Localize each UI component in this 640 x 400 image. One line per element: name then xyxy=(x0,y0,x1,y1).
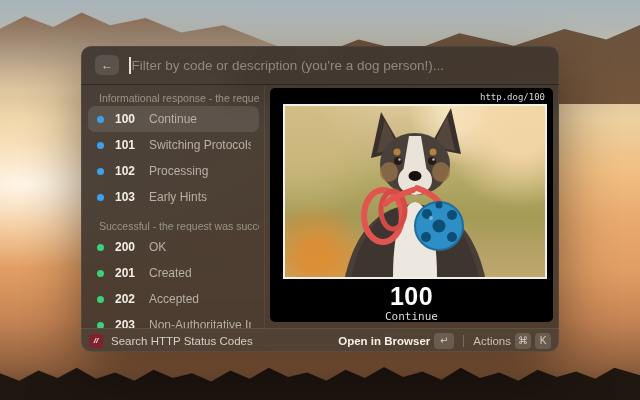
detail-panel: http.dog/100 xyxy=(270,88,553,322)
status-code: 203 xyxy=(115,318,149,328)
open-in-browser-button[interactable]: Open in Browser ↵ xyxy=(338,333,454,349)
status-label: Accepted xyxy=(149,292,199,306)
action-bar: // Search HTTP Status Codes Open in Brow… xyxy=(81,328,559,352)
list-detail-divider xyxy=(264,86,265,328)
status-dot-icon xyxy=(97,142,104,149)
extension-name: Search HTTP Status Codes xyxy=(111,335,253,347)
dog-photo-image xyxy=(285,106,545,277)
treeline-silhouette xyxy=(0,354,640,400)
list-item-103[interactable]: 103 Early Hints xyxy=(88,184,259,210)
status-dot-icon xyxy=(97,270,104,277)
list-item-200[interactable]: 200 OK xyxy=(88,234,259,260)
status-dot-icon xyxy=(97,296,104,303)
status-code: 101 xyxy=(115,138,149,152)
status-code: 200 xyxy=(115,240,149,254)
status-dot-icon xyxy=(97,244,104,251)
text-cursor xyxy=(129,57,131,74)
footer-actions: Open in Browser ↵ Actions ⌘ K xyxy=(338,333,551,349)
list-item-100[interactable]: 100 Continue xyxy=(88,106,259,132)
list-item-203[interactable]: 203 Non-Authoritative Informa... xyxy=(88,312,259,328)
actions-button[interactable]: Actions ⌘ K xyxy=(473,333,551,349)
return-key-icon: ↵ xyxy=(434,333,454,349)
status-label: Created xyxy=(149,266,192,280)
status-label: Processing xyxy=(149,164,208,178)
status-dot-icon xyxy=(97,168,104,175)
extension-icon: // xyxy=(89,334,103,348)
section-header-successful: Successful - the request was successf... xyxy=(88,216,259,234)
dog-photo xyxy=(283,104,547,279)
back-arrow-icon: ← xyxy=(101,55,113,75)
actions-label: Actions xyxy=(473,335,511,347)
search-input[interactable] xyxy=(132,58,546,73)
raycast-window: ← Informational response - the request w… xyxy=(81,46,559,352)
list-item-101[interactable]: 101 Switching Protocols xyxy=(88,132,259,158)
open-in-browser-label: Open in Browser xyxy=(338,335,430,347)
detail-code-large: 100 xyxy=(270,282,553,311)
status-label: Switching Protocols xyxy=(149,138,251,152)
status-code: 201 xyxy=(115,266,149,280)
search-bar: ← xyxy=(81,46,559,85)
list-item-202[interactable]: 202 Accepted xyxy=(88,286,259,312)
status-label: Non-Authoritative Informa... xyxy=(149,318,251,328)
section-header-informational: Informational response - the request w..… xyxy=(88,88,259,106)
status-dot-icon xyxy=(97,116,104,123)
status-label: Continue xyxy=(149,112,197,126)
status-code: 202 xyxy=(115,292,149,306)
search-field-wrap xyxy=(129,57,545,74)
k-key-icon: K xyxy=(535,333,551,349)
dog-illustration xyxy=(305,106,525,277)
detail-code-label: Continue xyxy=(270,310,553,323)
status-code-list: Informational response - the request w..… xyxy=(88,88,259,328)
command-key-icon: ⌘ xyxy=(515,333,531,349)
status-code: 102 xyxy=(115,164,149,178)
footer-divider xyxy=(463,335,464,347)
status-code: 100 xyxy=(115,112,149,126)
list-item-201[interactable]: 201 Created xyxy=(88,260,259,286)
back-button[interactable]: ← xyxy=(95,55,119,75)
source-url: http.dog/100 xyxy=(480,92,545,102)
status-dot-icon xyxy=(97,194,104,201)
status-code: 103 xyxy=(115,190,149,204)
list-item-102[interactable]: 102 Processing xyxy=(88,158,259,184)
status-label: Early Hints xyxy=(149,190,207,204)
status-label: OK xyxy=(149,240,166,254)
